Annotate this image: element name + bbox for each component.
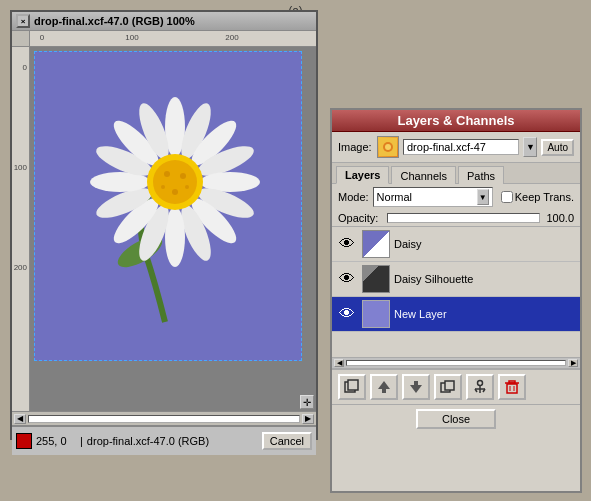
tab-channels[interactable]: Channels: [391, 166, 455, 184]
layer-name-daisy: Daisy: [394, 238, 576, 250]
svg-point-36: [478, 381, 483, 386]
scroll-track-layers: [346, 360, 566, 366]
svg-point-21: [180, 173, 186, 179]
close-button[interactable]: Close: [416, 409, 496, 429]
mode-dropdown[interactable]: Normal ▼: [373, 187, 493, 207]
svg-marker-32: [410, 385, 422, 393]
image-label-text: Image:: [338, 141, 373, 153]
ruler-v-0: 0: [23, 63, 27, 72]
image-thumbnail-icon: [379, 138, 397, 156]
canvas-area: ✛: [30, 47, 316, 411]
opacity-slider[interactable]: [387, 213, 540, 223]
svg-marker-30: [378, 381, 390, 389]
duplicate-icon: [440, 379, 456, 395]
scroll-left-layers[interactable]: ◀: [334, 359, 344, 367]
statusbar: 255, 0 | drop-final.xcf-47.0 (RGB) Cance…: [12, 425, 316, 455]
new-layer-icon: [344, 379, 360, 395]
mode-row: Mode: Normal ▼ Keep Trans.: [332, 184, 580, 210]
scroll-right-btn[interactable]: ▶: [302, 414, 314, 424]
image-titlebar: × drop-final.xcf-47.0 (RGB) 100%: [12, 12, 316, 31]
coordinates-display: 255, 0: [36, 435, 76, 447]
layer-visibility-newlayer[interactable]: 👁: [336, 303, 358, 325]
layer-item-newlayer[interactable]: 👁 New Layer: [332, 297, 580, 332]
ruler-top: 0 100 200: [12, 31, 316, 47]
image-window: × drop-final.xcf-47.0 (RGB) 100% 0 100 2…: [10, 10, 318, 440]
svg-point-24: [185, 185, 189, 189]
layers-titlebar: Layers & Channels: [332, 110, 580, 132]
delete-icon: [504, 379, 520, 395]
svg-point-19: [153, 160, 197, 204]
scroll-indicator: ✛: [300, 395, 314, 409]
ruler-v-100: 100: [14, 163, 27, 172]
layers-toolbar: [332, 369, 580, 404]
image-body: 0 100 200: [12, 47, 316, 411]
ruler-corner: [12, 31, 30, 47]
move-up-icon: [376, 379, 392, 395]
svg-point-22: [172, 189, 178, 195]
daisy-image: [35, 52, 295, 361]
move-up-button[interactable]: [370, 374, 398, 400]
svg-rect-29: [348, 380, 358, 390]
image-icon: [377, 136, 399, 158]
mode-dropdown-arrow[interactable]: ▼: [477, 189, 489, 205]
svg-point-23: [161, 185, 165, 189]
image-title: drop-final.xcf-47.0 (RGB) 100%: [34, 15, 195, 27]
image-name-field: drop-final.xcf-47: [403, 139, 519, 155]
layer-thumb-newlayer: [362, 300, 390, 328]
move-down-icon: [408, 379, 424, 395]
cancel-button[interactable]: Cancel: [262, 432, 312, 450]
keep-trans-input[interactable]: [501, 191, 513, 203]
filename-display: drop-final.xcf-47.0 (RGB): [87, 435, 258, 447]
layers-list: 👁 Daisy 👁 Daisy Silhouette 👁 New Layer: [332, 227, 580, 357]
layer-visibility-daisy[interactable]: 👁: [336, 233, 358, 255]
svg-rect-35: [445, 381, 454, 390]
delete-layer-button[interactable]: [498, 374, 526, 400]
scrollbar-horizontal[interactable]: ◀ ▶: [12, 411, 316, 425]
ruler-h-200: 200: [225, 33, 238, 42]
mode-label: Mode:: [338, 191, 369, 203]
svg-rect-33: [414, 381, 418, 385]
opacity-value: 100.0: [544, 212, 574, 224]
layer-thumb-daisy: [362, 230, 390, 258]
layers-image-row: Image: drop-final.xcf-47 ▼ Auto: [332, 132, 580, 163]
layer-name-newlayer: New Layer: [394, 308, 576, 320]
anchor-layer-button[interactable]: [466, 374, 494, 400]
move-down-button[interactable]: [402, 374, 430, 400]
ruler-v-200: 200: [14, 263, 27, 272]
scroll-left-btn[interactable]: ◀: [14, 414, 26, 424]
anchor-icon: [472, 379, 488, 395]
image-name-text: drop-final.xcf-47: [407, 141, 486, 153]
color-indicator: [16, 433, 32, 449]
scroll-track: [28, 415, 300, 423]
ruler-h-0: 0: [40, 33, 44, 42]
layer-item-daisy[interactable]: 👁 Daisy: [332, 227, 580, 262]
svg-rect-41: [507, 384, 517, 393]
svg-rect-31: [382, 389, 386, 393]
close-row: Close: [332, 404, 580, 433]
opacity-row: Opacity: 100.0: [332, 210, 580, 227]
tab-paths[interactable]: Paths: [458, 166, 504, 184]
svg-rect-43: [509, 381, 515, 383]
layer-thumb-silhouette: [362, 265, 390, 293]
auto-button[interactable]: Auto: [541, 139, 574, 156]
layer-name-silhouette: Daisy Silhouette: [394, 273, 576, 285]
layers-scrollbar[interactable]: ◀ ▶: [332, 357, 580, 369]
close-icon[interactable]: ×: [16, 14, 30, 28]
image-dropdown-arrow[interactable]: ▼: [523, 137, 537, 157]
layers-tabs: Layers Channels Paths: [332, 163, 580, 184]
keep-transparency-checkbox[interactable]: Keep Trans.: [501, 191, 574, 203]
mode-value: Normal: [377, 191, 412, 203]
canvas-content: [34, 51, 302, 361]
new-layer-button[interactable]: [338, 374, 366, 400]
tab-layers[interactable]: Layers: [336, 166, 389, 184]
layer-item-silhouette[interactable]: 👁 Daisy Silhouette: [332, 262, 580, 297]
layers-panel-title: Layers & Channels: [397, 113, 514, 128]
scroll-right-layers[interactable]: ▶: [568, 359, 578, 367]
duplicate-layer-button[interactable]: [434, 374, 462, 400]
layers-panel: Layers & Channels Image: drop-final.xcf-…: [330, 108, 582, 493]
keep-trans-label: Keep Trans.: [515, 191, 574, 203]
opacity-label: Opacity:: [338, 212, 383, 224]
ruler-left: 0 100 200: [12, 47, 30, 411]
layer-visibility-silhouette[interactable]: 👁: [336, 268, 358, 290]
svg-point-27: [385, 144, 391, 150]
